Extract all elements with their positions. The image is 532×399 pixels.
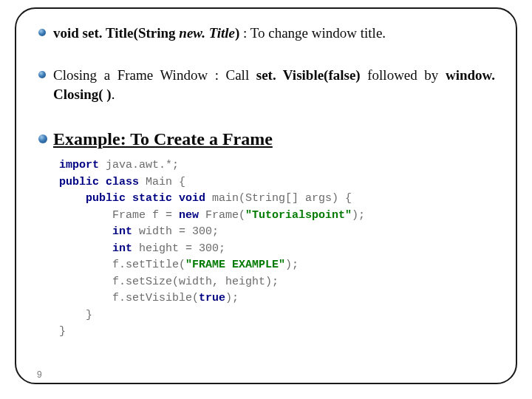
example-heading-text: Example: To Create a Frame bbox=[53, 129, 273, 149]
kw: void bbox=[179, 192, 205, 205]
kw: import bbox=[59, 159, 99, 171]
code-block: import java.awt.*; public class Main { p… bbox=[37, 157, 495, 341]
code-text: height = 300; bbox=[132, 242, 225, 255]
kw: static bbox=[132, 192, 172, 205]
bullet-list: void set. Title(String new. Title) : To … bbox=[37, 24, 495, 151]
kw: class bbox=[106, 176, 139, 188]
kw: public bbox=[86, 192, 126, 205]
kw: public bbox=[59, 176, 99, 188]
text-bold: set. Visible(false) bbox=[256, 67, 361, 83]
code-text: Frame( bbox=[199, 209, 245, 222]
kw: int bbox=[112, 242, 132, 255]
code-text: ); bbox=[285, 259, 299, 271]
code-text: } bbox=[59, 309, 92, 321]
code-text bbox=[59, 225, 112, 238]
code-text: ); bbox=[225, 292, 239, 304]
bullet-example-heading: Example: To Create a Frame bbox=[37, 127, 495, 152]
code-text: Main { bbox=[139, 176, 185, 188]
slide-frame: void set. Title(String new. Title) : To … bbox=[15, 7, 517, 384]
str: "FRAME EXAMPLE" bbox=[185, 259, 285, 271]
text: followed by bbox=[361, 67, 446, 83]
kw: new bbox=[179, 209, 199, 222]
code-text: f.setSize(width, height); bbox=[59, 276, 279, 288]
bullet-closing: Closing a Frame Window : Call set. Visib… bbox=[37, 66, 495, 105]
kw: int bbox=[112, 225, 132, 238]
text-bold: void set. Title(String bbox=[53, 25, 179, 41]
code-text: f.setTitle( bbox=[59, 259, 185, 271]
text-desc: : To change window title. bbox=[239, 25, 386, 41]
code-text: } bbox=[59, 325, 66, 338]
str: "Tutorialspoint" bbox=[245, 209, 352, 222]
bullet-set-title: void set. Title(String new. Title) : To … bbox=[37, 24, 495, 44]
text-param: new. Title bbox=[179, 25, 235, 41]
code-text: ); bbox=[352, 209, 365, 222]
code-text: width = 300; bbox=[132, 225, 219, 238]
text: . bbox=[112, 86, 115, 102]
code-text bbox=[59, 192, 86, 205]
code-text: Frame f = bbox=[59, 209, 179, 222]
text: Closing a Frame Window : Call bbox=[53, 67, 256, 83]
kw: true bbox=[199, 292, 225, 304]
code-text: f.setVisible( bbox=[59, 292, 199, 304]
code-text: main(String[] args) { bbox=[205, 192, 352, 205]
page-number: 9 bbox=[37, 369, 42, 380]
code-text bbox=[59, 242, 112, 255]
code-pre: import java.awt.*; public class Main { p… bbox=[59, 157, 495, 341]
code-text: java.awt.*; bbox=[99, 159, 179, 171]
